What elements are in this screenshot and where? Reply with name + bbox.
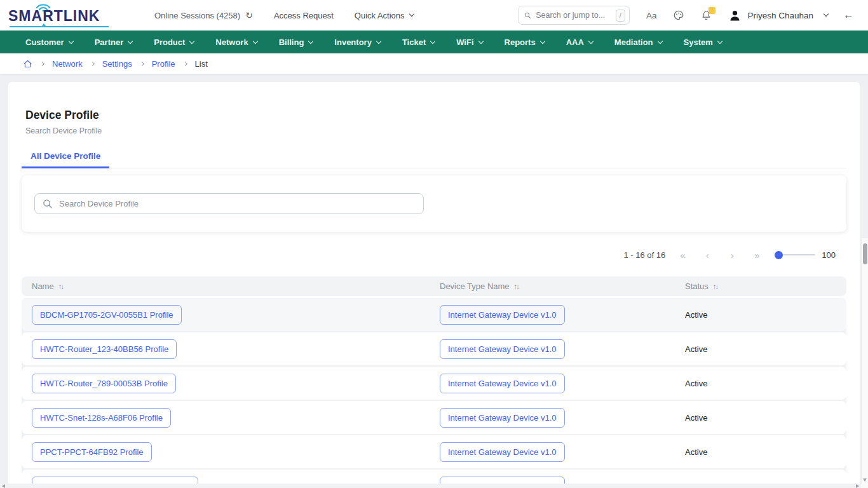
chevron-down-icon <box>376 38 381 43</box>
chevron-down-icon <box>717 38 722 43</box>
profile-search-input[interactable] <box>58 198 416 209</box>
scroll-right-arrow-icon[interactable] <box>856 484 859 488</box>
refresh-icon[interactable]: ↻ <box>245 10 253 20</box>
column-header-device-type[interactable]: Device Type Name ↑↓ <box>430 281 675 291</box>
chevron-down-icon <box>308 38 313 43</box>
home-icon[interactable] <box>23 59 32 69</box>
page-size-slider[interactable] <box>775 250 815 259</box>
horizontal-scrollbar[interactable] <box>0 484 861 488</box>
theme-palette-icon[interactable] <box>673 10 684 21</box>
sort-icon[interactable]: ↑↓ <box>713 283 718 290</box>
status-text: Active <box>685 413 707 423</box>
tab-all-device-profile[interactable]: All Device Profile <box>22 146 109 168</box>
chevron-down-icon <box>478 38 483 43</box>
prev-page-button[interactable]: ‹ <box>700 250 715 261</box>
scroll-down-arrow-icon[interactable] <box>863 478 867 482</box>
profile-search[interactable] <box>34 193 424 214</box>
sort-icon[interactable]: ↑↓ <box>514 283 519 290</box>
filter-panel <box>22 175 846 232</box>
breadcrumb-separator-icon <box>140 62 144 66</box>
profile-name-button[interactable]: HWTC-Router_123-40BB56 Profile <box>32 339 177 359</box>
logo-underline <box>10 26 109 27</box>
next-page-button[interactable]: › <box>724 250 740 261</box>
global-search-input[interactable] <box>534 10 612 20</box>
chevron-down-icon <box>588 38 593 43</box>
online-sessions: Online Sessions (4258) ↻ <box>154 10 253 20</box>
page-subtitle: Search Device Profile <box>25 126 860 135</box>
global-search[interactable]: / <box>518 6 630 25</box>
user-name: Priyesh Chauhan <box>747 11 813 20</box>
device-type-button[interactable]: Internet Gateway Device v1.0 <box>440 305 565 325</box>
chevron-down-icon <box>128 38 133 43</box>
nav-item-inventory[interactable]: Inventory <box>334 37 381 47</box>
status-text: Active <box>685 344 707 354</box>
breadcrumb-separator-icon <box>90 62 95 66</box>
page-title: Device Profile <box>8 82 860 122</box>
chevron-down-icon <box>68 38 73 43</box>
chevron-down-icon <box>409 11 414 17</box>
online-sessions-label: Online Sessions (4258) <box>154 11 240 20</box>
sort-icon[interactable]: ↑↓ <box>58 283 64 290</box>
nav-item-product[interactable]: Product <box>154 37 194 47</box>
nav-item-customer[interactable]: Customer <box>25 37 73 47</box>
nav-item-wifi[interactable]: WiFi <box>456 37 482 47</box>
nav-item-ticket[interactable]: Ticket <box>402 37 435 47</box>
access-request-link[interactable]: Access Request <box>274 11 334 20</box>
column-header-name[interactable]: Name ↑↓ <box>22 281 430 291</box>
nav-item-billing[interactable]: Billing <box>279 37 313 47</box>
nav-item-mediation[interactable]: Mediation <box>614 37 662 47</box>
logo-text: SMARTLINK <box>8 8 100 25</box>
top-header: SMARTLINK Online Sessions (4258) ↻ Acces… <box>0 0 868 30</box>
chevron-down-icon <box>430 38 435 43</box>
device-type-button[interactable]: Internet Gateway Device v1.0 <box>440 442 565 462</box>
breadcrumb-separator-icon <box>182 62 187 66</box>
main-nav: CustomerPartnerProductNetworkBillingInve… <box>0 30 868 53</box>
chevron-down-icon <box>252 38 257 43</box>
user-menu[interactable]: Priyesh Chauhan <box>728 9 828 22</box>
device-type-button[interactable]: Internet Gateway Device v1.0 <box>440 339 565 359</box>
slider-handle[interactable] <box>775 251 783 259</box>
breadcrumb-link[interactable]: Settings <box>102 59 132 69</box>
main-content: Device Profile Search Device Profile All… <box>0 74 868 488</box>
last-page-button[interactable]: » <box>749 250 764 261</box>
device-type-button[interactable]: Internet Gateway Device v1.0 <box>440 408 565 428</box>
nav-item-reports[interactable]: Reports <box>505 37 545 47</box>
pagination-range: 1 - 16 of 16 <box>624 250 666 260</box>
nav-item-network[interactable]: Network <box>215 37 257 47</box>
nav-item-partner[interactable]: Partner <box>95 37 133 47</box>
smartlink-logo[interactable]: SMARTLINK <box>8 2 115 29</box>
scroll-left-arrow-icon[interactable] <box>2 484 5 488</box>
device-type-button[interactable]: Internet Gateway Device v1.0 <box>440 374 565 393</box>
search-icon <box>43 199 52 208</box>
column-header-status[interactable]: Status ↑↓ <box>675 281 846 291</box>
profile-name-button[interactable]: PPCT-PPCT-64FB92 Profile <box>32 442 152 462</box>
search-icon <box>524 11 531 20</box>
profile-name-button[interactable]: HWTC-Snet-128s-A68F06 Profile <box>32 408 171 428</box>
breadcrumb-link[interactable]: Profile <box>152 59 175 69</box>
scrollbar-thumb[interactable] <box>863 243 867 264</box>
breadcrumb-current: List <box>195 59 208 69</box>
table-header: Name ↑↓ Device Type Name ↑↓ Status ↑↓ <box>22 276 846 296</box>
notifications-button[interactable] <box>701 10 712 21</box>
vertical-scrollbar[interactable] <box>861 238 868 484</box>
profile-name-button[interactable]: BDCM-GP1705-2GV-0055B1 Profile <box>32 305 182 325</box>
first-page-button[interactable]: « <box>675 250 690 261</box>
chevron-down-icon <box>189 38 194 43</box>
breadcrumb-separator-icon <box>40 62 44 66</box>
status-text: Active <box>685 447 707 457</box>
quick-actions-menu[interactable]: Quick Actions <box>355 11 414 20</box>
back-arrow[interactable]: ← <box>843 9 854 22</box>
profile-name-button[interactable]: HWTC-Router_789-00053B Profile <box>32 374 176 393</box>
logo-arrow <box>41 24 46 27</box>
chevron-down-icon <box>539 38 545 43</box>
avatar-icon <box>728 9 742 22</box>
breadcrumb-link[interactable]: Network <box>52 59 83 69</box>
table-row: BDCM-GP1705-2GV-0055B1 ProfileInternet G… <box>22 298 846 331</box>
status-text: Active <box>685 379 707 388</box>
nav-item-aaa[interactable]: AAA <box>566 37 593 47</box>
breadcrumb: NetworkSettingsProfileList <box>0 53 868 74</box>
tabs: All Device Profile <box>22 146 846 168</box>
nav-item-system[interactable]: System <box>684 37 722 47</box>
font-size-toggle[interactable]: Aa <box>646 11 657 20</box>
table-row: HWTC-Snet-128s-A68F06 ProfileInternet Ga… <box>22 401 846 434</box>
